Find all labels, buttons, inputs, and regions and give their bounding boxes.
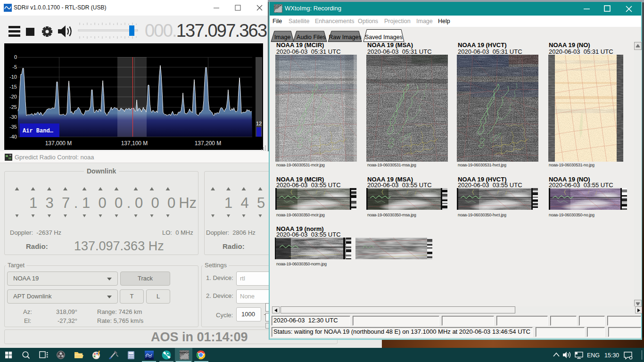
svg-text:137,200 M: 137,200 M [195, 140, 222, 147]
svg-text:12: 12 [256, 121, 262, 126]
svg-text:Saved Images: Saved Images [365, 34, 403, 41]
svg-text:Air Band…: Air Band… [23, 128, 53, 134]
svg-text:137,000 M: 137,000 M [45, 140, 72, 147]
svg-text:000.137.097.363: 000.137.097.363 [145, 21, 267, 41]
svg-text:-10: -10 [9, 74, 17, 80]
svg-text:-25: -25 [9, 104, 17, 110]
svg-text:ENG: ENG [587, 352, 600, 359]
svg-text:-35: -35 [9, 124, 17, 130]
svg-text:Image: Image [274, 34, 291, 41]
svg-text:-20: -20 [9, 94, 17, 99]
svg-text:-15: -15 [9, 84, 17, 90]
svg-text:0: 0 [14, 54, 17, 60]
svg-text:Raw Images: Raw Images [329, 34, 361, 41]
svg-text:-40: -40 [9, 134, 17, 140]
svg-text:-5: -5 [12, 64, 17, 70]
svg-text:15:30: 15:30 [604, 352, 619, 359]
svg-text:Audio Files: Audio Files [297, 34, 326, 41]
svg-text:137,100 M: 137,100 M [121, 140, 148, 147]
svg-text:-30: -30 [9, 114, 17, 120]
